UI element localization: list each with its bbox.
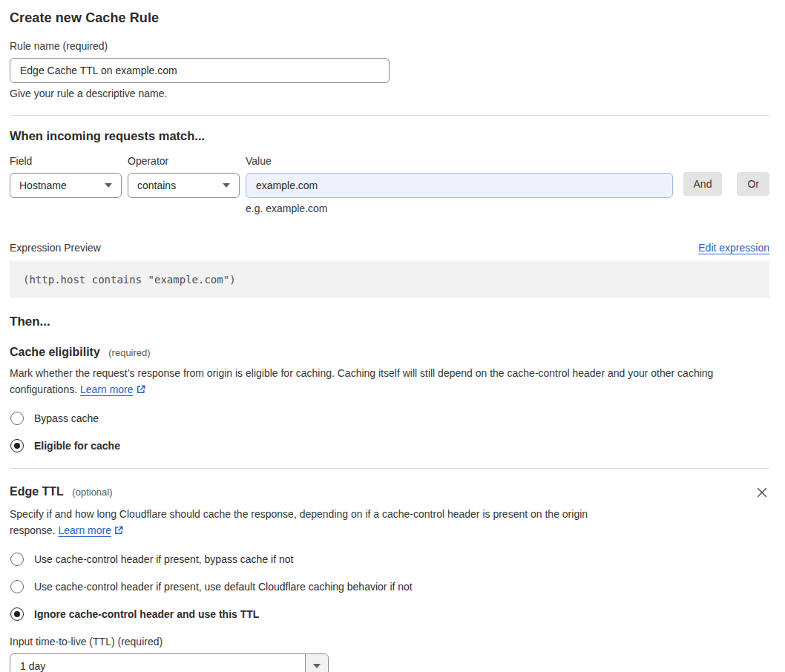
radio-indicator — [10, 607, 24, 621]
operator-select[interactable]: contains — [128, 173, 240, 198]
radio-bypass-cache[interactable]: Bypass cache — [10, 412, 769, 425]
learn-more-link[interactable]: Learn more — [58, 524, 111, 536]
andor-group: And Or — [683, 172, 769, 196]
operator-label: Operator — [128, 155, 240, 167]
external-link-icon — [136, 384, 146, 395]
page-title: Create new Cache Rule — [10, 10, 769, 26]
radio-label: Ignore cache-control header and use this… — [34, 608, 259, 620]
edge-ttl-description: Specify if and how long Cloudflare shoul… — [10, 507, 630, 538]
rule-name-help: Give your rule a descriptive name. — [10, 88, 769, 99]
chevron-down-icon — [223, 183, 230, 188]
external-link-icon — [114, 525, 124, 536]
value-help: e.g. example.com — [246, 202, 673, 214]
ttl-select[interactable]: 1 day — [10, 653, 329, 672]
radio-label: Bypass cache — [34, 412, 99, 424]
expression-preview-header: Expression Preview Edit expression — [10, 242, 769, 254]
or-button[interactable]: Or — [737, 172, 769, 196]
ttl-label: Input time-to-live (TTL) (required) — [10, 636, 769, 648]
radio-use-header-bypass-if-not[interactable]: Use cache-control header if present, byp… — [10, 553, 769, 566]
field-label: Field — [10, 155, 122, 167]
match-condition-row: Field Hostname Operator contains Value e… — [10, 155, 769, 214]
match-heading: When incoming requests match... — [10, 129, 769, 143]
radio-label: Use cache-control header if present, use… — [34, 581, 413, 593]
close-icon — [756, 487, 768, 498]
edge-ttl-header: Edge TTL (optional) — [10, 485, 769, 500]
edit-expression-link[interactable]: Edit expression — [698, 242, 769, 254]
and-button[interactable]: And — [683, 172, 723, 196]
operator-select-value: contains — [137, 179, 176, 191]
edge-ttl-qualifier: (optional) — [72, 487, 112, 498]
radio-indicator — [10, 412, 24, 425]
radio-use-header-default-if-not[interactable]: Use cache-control header if present, use… — [10, 580, 769, 593]
ttl-select-button[interactable] — [305, 654, 328, 672]
create-cache-rule-form: Create new Cache Rule Rule name (require… — [0, 0, 785, 672]
value-input[interactable] — [246, 173, 673, 198]
expression-preview-code: (http.host contains "example.com") — [10, 261, 769, 298]
radio-label: Eligible for cache — [34, 440, 120, 452]
radio-indicator — [10, 439, 24, 452]
radio-ignore-header-use-ttl[interactable]: Ignore cache-control header and use this… — [10, 607, 769, 621]
radio-eligible-for-cache[interactable]: Eligible for cache — [10, 439, 769, 452]
expression-preview-label: Expression Preview — [10, 242, 101, 254]
radio-indicator — [10, 553, 24, 566]
cache-eligibility-qualifier: (required) — [108, 347, 150, 358]
rule-name-input[interactable] — [10, 58, 390, 83]
radio-label: Use cache-control header if present, byp… — [34, 553, 293, 565]
learn-more-link[interactable]: Learn more — [80, 383, 134, 395]
chevron-down-icon — [313, 664, 321, 668]
close-edge-ttl-button[interactable] — [756, 487, 768, 500]
cache-eligibility-header: Cache eligibility (required) — [10, 346, 769, 359]
section-divider — [10, 115, 769, 116]
rule-name-label: Rule name (required) — [10, 40, 769, 52]
section-divider — [10, 468, 769, 469]
value-label: Value — [246, 155, 673, 167]
ttl-select-value: 1 day — [10, 654, 305, 672]
then-heading: Then... — [10, 314, 769, 329]
chevron-down-icon — [105, 183, 112, 188]
field-select-value: Hostname — [19, 179, 67, 191]
cache-eligibility-description: Mark whether the request’s response from… — [10, 366, 769, 398]
radio-indicator — [10, 580, 24, 593]
field-select[interactable]: Hostname — [10, 173, 122, 198]
cache-eligibility-title: Cache eligibility — [10, 346, 100, 358]
edge-ttl-title: Edge TTL — [10, 485, 64, 498]
